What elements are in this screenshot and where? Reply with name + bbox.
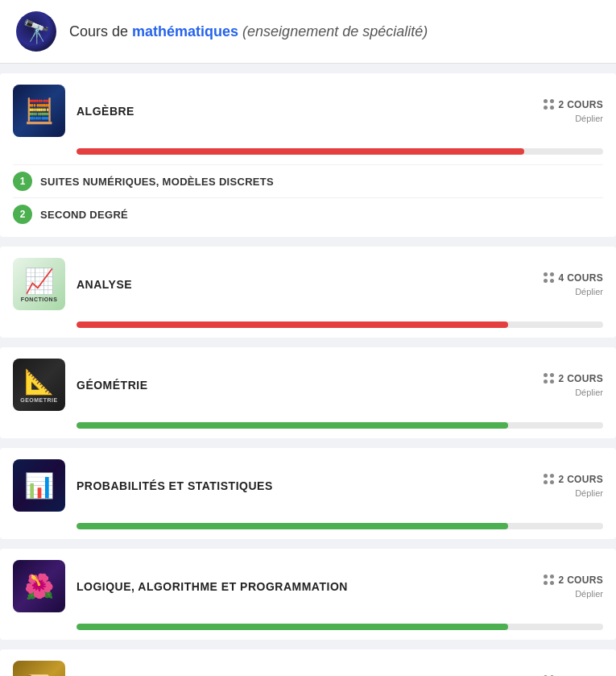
list-item[interactable]: 1SUITES NUMÉRIQUES, MODÈLES DISCRETS: [13, 164, 603, 197]
progress-bar-fill-analyse: [76, 321, 508, 328]
sub-item-badge-2: 2: [13, 205, 32, 224]
cours-count-proba: 2 COURS: [544, 474, 603, 485]
progress-container-geometrie: [0, 422, 616, 438]
section-emoji-analyse: 📈: [24, 267, 54, 295]
sub-items-algebre: 1SUITES NUMÉRIQUES, MODÈLES DISCRETS2SEC…: [0, 164, 616, 237]
section-card-proba: 📊PROBABILITÉS ET STATISTIQUES2 COURSDépl…: [0, 448, 616, 539]
progress-bar-bg-analyse: [76, 321, 603, 328]
section-card-histoire: 📜HISTOIRE DES MATHÉMATIQUES1 COURSDéplie…: [0, 649, 616, 676]
avatar: 🔭: [16, 11, 56, 52]
section-title-proba: PROBABILITÉS ET STATISTIQUES: [76, 479, 519, 492]
progress-bar-bg-geometrie: [76, 422, 603, 429]
section-emoji-proba: 📊: [24, 471, 54, 500]
cours-count-label-geometrie: 2 COURS: [559, 373, 603, 384]
progress-bar-bg-algo: [76, 624, 603, 630]
progress-bar-bg-proba: [76, 523, 603, 529]
title-suffix: (enseignement de spécialité): [238, 23, 428, 39]
section-card-geometrie: 📐GEOMETRIEGÉOMÉTRIE2 COURSDéplier: [0, 347, 616, 438]
section-card-analyse: 📈FONCTIONSANALYSE4 COURSDéplier: [0, 247, 616, 338]
cours-count-label-proba: 2 COURS: [559, 474, 603, 485]
progress-bar-fill-proba: [76, 523, 508, 529]
section-header-analyse[interactable]: 📈FONCTIONSANALYSE4 COURSDéplier: [0, 247, 616, 321]
section-title-algebre: ALGÈBRE: [76, 105, 519, 118]
section-header-algo[interactable]: 🌺LOGIQUE, ALGORITHME ET PROGRAMMATION2 C…: [0, 549, 616, 624]
deplier-button-algo[interactable]: Déplier: [575, 589, 603, 599]
section-card-algo: 🌺LOGIQUE, ALGORITHME ET PROGRAMMATION2 C…: [0, 549, 616, 640]
cours-count-analyse: 4 COURS: [544, 272, 603, 284]
cours-count-algo: 2 COURS: [544, 574, 603, 586]
cours-count-label-algebre: 2 COURS: [559, 99, 603, 110]
section-icon-histoire: 📜: [13, 661, 65, 676]
section-meta-proba: 2 COURSDéplier: [531, 474, 603, 498]
section-icon-analyse: 📈FONCTIONS: [13, 258, 65, 310]
progress-bar-fill-algo: [76, 624, 508, 630]
section-emoji-geometrie: 📐: [24, 367, 54, 396]
section-header-histoire[interactable]: 📜HISTOIRE DES MATHÉMATIQUES1 COURSDéplie…: [0, 649, 616, 676]
section-meta-algo: 2 COURSDéplier: [531, 574, 603, 599]
page-title: Cours de mathématiques (enseignement de …: [69, 23, 428, 40]
dots-icon-algebre: [544, 99, 555, 110]
progress-bar-fill-algebre: [76, 148, 524, 155]
dots-icon-algo: [544, 574, 555, 586]
progress-container-analyse: [0, 321, 616, 338]
section-emoji-algebre: 🧮: [24, 97, 54, 125]
progress-bar-bg-algebre: [76, 148, 603, 155]
dots-icon-proba: [544, 474, 555, 485]
deplier-button-analyse[interactable]: Déplier: [575, 287, 603, 297]
section-icon-label-geometrie: GEOMETRIE: [20, 397, 58, 403]
title-prefix: Cours de: [69, 23, 132, 39]
section-meta-analyse: 4 COURSDéplier: [531, 272, 603, 297]
section-icon-algebre: 🧮: [13, 85, 65, 137]
section-card-algebre: 🧮ALGÈBRE2 COURSDéplier1SUITES NUMÉRIQUES…: [0, 73, 616, 237]
deplier-button-algebre[interactable]: Déplier: [575, 114, 603, 123]
cours-count-label-algo: 2 COURS: [559, 574, 603, 586]
title-highlight: mathématiques: [132, 23, 238, 39]
deplier-button-proba[interactable]: Déplier: [575, 488, 603, 498]
page-header: 🔭 Cours de mathématiques (enseignement d…: [0, 0, 616, 64]
section-icon-label-analyse: FONCTIONS: [21, 297, 58, 302]
section-icon-algo: 🌺: [13, 560, 65, 612]
section-emoji-histoire: 📜: [24, 673, 54, 676]
progress-container-algo: [0, 624, 616, 640]
progress-container-proba: [0, 523, 616, 539]
sub-item-label-2: SECOND DEGRÉ: [40, 209, 128, 221]
cours-count-label-analyse: 4 COURS: [559, 272, 603, 284]
section-title-geometrie: GÉOMÉTRIE: [76, 379, 519, 392]
list-item[interactable]: 2SECOND DEGRÉ: [13, 197, 603, 230]
section-title-analyse: ANALYSE: [76, 278, 519, 291]
deplier-button-geometrie[interactable]: Déplier: [575, 388, 603, 397]
sections-container: 🧮ALGÈBRE2 COURSDéplier1SUITES NUMÉRIQUES…: [0, 73, 616, 676]
dots-icon-geometrie: [544, 373, 555, 384]
sub-item-badge-1: 1: [13, 172, 32, 191]
section-icon-proba: 📊: [13, 459, 65, 512]
section-header-proba[interactable]: 📊PROBABILITÉS ET STATISTIQUES2 COURSDépl…: [0, 448, 616, 523]
section-header-geometrie[interactable]: 📐GEOMETRIEGÉOMÉTRIE2 COURSDéplier: [0, 347, 616, 422]
section-title-algo: LOGIQUE, ALGORITHME ET PROGRAMMATION: [76, 580, 519, 593]
section-meta-algebre: 2 COURSDéplier: [531, 99, 603, 123]
sub-item-label-1: SUITES NUMÉRIQUES, MODÈLES DISCRETS: [40, 176, 274, 188]
section-emoji-algo: 🌺: [24, 572, 54, 600]
dots-icon-analyse: [544, 272, 555, 284]
progress-container-algebre: [0, 148, 616, 164]
section-header-algebre[interactable]: 🧮ALGÈBRE2 COURSDéplier: [0, 73, 616, 148]
cours-count-geometrie: 2 COURS: [544, 373, 603, 384]
progress-bar-fill-geometrie: [76, 422, 508, 429]
section-icon-geometrie: 📐GEOMETRIE: [13, 359, 65, 411]
section-meta-geometrie: 2 COURSDéplier: [531, 373, 603, 397]
cours-count-algebre: 2 COURS: [544, 99, 603, 110]
